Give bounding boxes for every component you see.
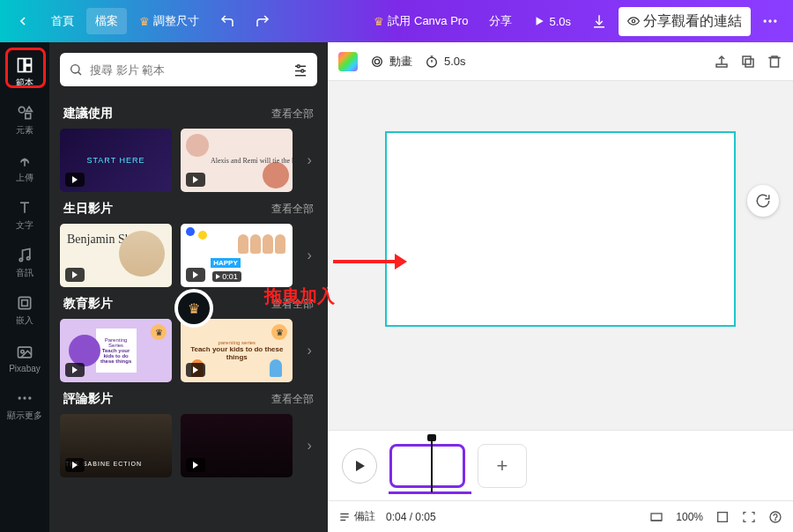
top-bar: 首頁 檔案 ♛ 調整尺寸 ♛ 試用 Canva Pro 分享 5.0s xyxy=(0,0,793,42)
svg-rect-18 xyxy=(22,300,28,307)
editor-area: 動畫 5.0s + xyxy=(328,42,793,532)
timeline-frame[interactable] xyxy=(389,444,465,488)
download-button[interactable] xyxy=(583,5,615,37)
premium-badge-icon: ♛ xyxy=(151,324,167,340)
svg-point-22 xyxy=(23,396,26,399)
svg-point-29 xyxy=(301,70,304,72)
see-all-link[interactable]: 查看全部 xyxy=(271,107,314,122)
play-preview-button[interactable]: 5.0s xyxy=(524,10,580,33)
embed-icon xyxy=(15,293,34,313)
present-button[interactable] xyxy=(742,510,756,524)
svg-point-16 xyxy=(27,257,30,260)
help-button[interactable] xyxy=(768,510,782,524)
svg-rect-7 xyxy=(26,59,32,65)
svg-rect-17 xyxy=(19,297,30,308)
notes-button[interactable]: 備註 xyxy=(338,509,375,524)
svg-point-15 xyxy=(19,258,22,261)
add-page-button[interactable]: + xyxy=(478,444,527,488)
template-card[interactable]: Parenting SeriesTeach your kids to do th… xyxy=(60,319,172,382)
duration-label: 5.0s xyxy=(444,55,466,68)
timeline-play-button[interactable] xyxy=(342,448,377,484)
sidebar-item-templates[interactable]: 範本 xyxy=(4,49,46,95)
export-icon[interactable] xyxy=(714,54,730,70)
grid-view-button[interactable] xyxy=(649,510,663,524)
play-icon xyxy=(65,363,85,377)
row-recommended: START HERE Alexis and Remi will tie the … xyxy=(60,129,317,192)
section-title: 生日影片 xyxy=(63,201,113,217)
play-icon xyxy=(186,173,205,187)
pixabay-icon xyxy=(15,343,34,362)
svg-rect-45 xyxy=(718,512,728,521)
canvas-frame[interactable] xyxy=(385,131,736,327)
row-next-button[interactable]: › xyxy=(301,152,317,168)
section-review-head: 評論影片 查看全部 xyxy=(63,391,314,407)
svg-rect-43 xyxy=(651,514,662,521)
row-next-button[interactable]: › xyxy=(301,248,317,263)
premium-badge-icon: ♛ xyxy=(271,324,287,340)
resize-button[interactable]: ♛ 調整尺寸 xyxy=(130,8,208,34)
redo-button[interactable] xyxy=(247,5,278,37)
row-next-button[interactable]: › xyxy=(301,438,317,454)
home-button[interactable]: 首頁 xyxy=(42,8,83,34)
template-card[interactable]: HAPPY 0:01 xyxy=(181,224,293,287)
fullscreen-button[interactable] xyxy=(715,510,730,524)
template-card[interactable] xyxy=(181,414,293,477)
see-all-link[interactable]: 查看全部 xyxy=(271,202,314,217)
text-icon xyxy=(15,198,34,218)
file-menu[interactable]: 檔案 xyxy=(86,8,127,34)
sidebar-more-label: 顯示更多 xyxy=(7,410,42,422)
svg-rect-37 xyxy=(745,59,753,67)
play-icon xyxy=(186,458,205,472)
duplicate-icon[interactable] xyxy=(740,54,756,70)
template-card[interactable]: START HERE xyxy=(60,129,172,192)
duration-button[interactable]: 5.0s xyxy=(425,55,466,69)
sidebar-item-embeds[interactable]: 嵌入 xyxy=(4,287,46,333)
template-card[interactable]: parenting series Teach your kids to do t… xyxy=(181,319,293,382)
sidebar-item-more[interactable]: 顯示更多 xyxy=(4,382,46,428)
sidebar-item-text[interactable]: 文字 xyxy=(4,192,46,238)
share-button[interactable]: 分享 xyxy=(480,8,521,34)
see-all-link[interactable]: 查看全部 xyxy=(271,297,314,312)
svg-point-33 xyxy=(427,57,437,67)
row-education: Parenting SeriesTeach your kids to do th… xyxy=(60,319,317,382)
sidebar-pixabay-label: Pixabay xyxy=(9,364,41,373)
animation-label: 動畫 xyxy=(389,54,412,70)
sidebar-item-elements[interactable]: 元素 xyxy=(4,97,46,143)
color-picker-button[interactable] xyxy=(338,52,358,71)
see-all-link[interactable]: 查看全部 xyxy=(271,392,314,407)
template-card[interactable]: Alexis and Remi will tie the knot! xyxy=(181,129,293,192)
section-title: 建議使用 xyxy=(63,106,113,122)
back-button[interactable] xyxy=(7,5,39,37)
playhead[interactable] xyxy=(431,438,433,492)
more-menu-button[interactable] xyxy=(754,5,786,37)
search-input[interactable] xyxy=(90,63,285,77)
zoom-display[interactable]: 100% xyxy=(676,511,703,523)
more-icon xyxy=(15,388,34,408)
svg-point-24 xyxy=(71,65,79,73)
row-review: THE SABINE ECTION › xyxy=(60,414,317,477)
search-icon xyxy=(69,63,83,77)
template-card[interactable]: Benjamin Shah xyxy=(60,224,172,287)
refresh-button[interactable] xyxy=(747,185,779,217)
undo-button[interactable] xyxy=(211,5,243,37)
animation-button[interactable]: 動畫 xyxy=(370,54,412,70)
sidebar-item-uploads[interactable]: 上傳 xyxy=(4,144,46,190)
try-pro-label: 試用 Canva Pro xyxy=(388,13,468,29)
delete-icon[interactable] xyxy=(767,54,782,70)
crown-icon: ♛ xyxy=(139,15,150,28)
play-icon xyxy=(186,268,205,282)
sidebar-item-audio[interactable]: 音訊 xyxy=(4,240,46,285)
resize-label: 調整尺寸 xyxy=(153,13,199,29)
sidebar-item-pixabay[interactable]: Pixabay xyxy=(4,335,46,381)
search-bar[interactable] xyxy=(60,53,317,86)
row-next-button[interactable]: › xyxy=(301,343,317,358)
timeline: + xyxy=(328,430,793,500)
svg-rect-36 xyxy=(716,64,727,67)
try-pro-button[interactable]: ♛ 試用 Canva Pro xyxy=(365,8,477,34)
notes-label: 備註 xyxy=(354,509,375,524)
filter-icon[interactable] xyxy=(293,62,308,78)
share-view-link-button[interactable]: 分享觀看的連結 xyxy=(619,7,751,36)
svg-marker-11 xyxy=(26,107,33,111)
canvas-zone[interactable] xyxy=(328,81,793,430)
template-card[interactable]: THE SABINE ECTION xyxy=(60,414,172,477)
